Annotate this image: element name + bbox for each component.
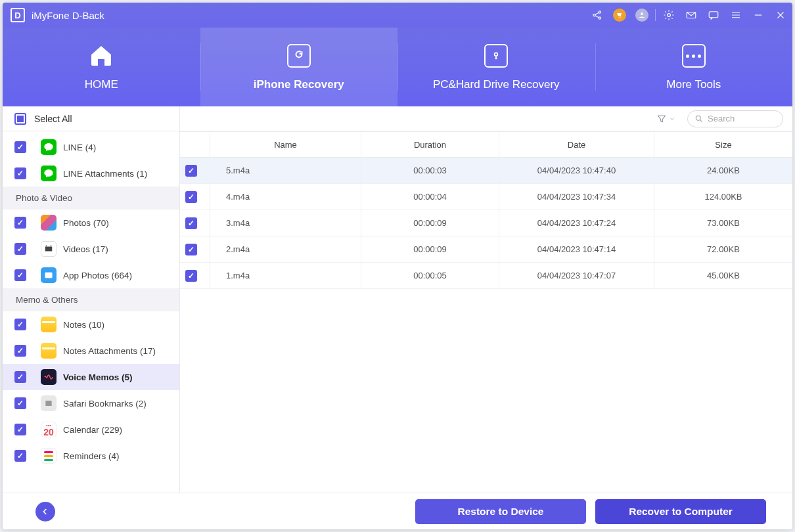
svg-point-2 xyxy=(599,17,601,19)
item-label: Notes Attachments (17) xyxy=(63,346,156,356)
cell-date: 04/04/2023 10:47:14 xyxy=(499,236,654,262)
item-checkbox[interactable] xyxy=(14,141,26,153)
settings-icon[interactable] xyxy=(662,9,675,22)
svg-rect-8 xyxy=(45,247,53,252)
line-icon xyxy=(41,166,57,181)
row-checkbox[interactable] xyxy=(185,191,197,203)
calendar-icon: •••20 xyxy=(41,422,57,437)
sidebar-item-videos[interactable]: Videos (17) xyxy=(3,236,179,262)
item-checkbox[interactable] xyxy=(14,371,26,383)
tab-pc-label: PC&Hard Drive Recovery xyxy=(433,78,560,91)
item-checkbox[interactable] xyxy=(14,269,26,281)
back-button[interactable] xyxy=(35,502,55,521)
category-memo-others: Memo & Others xyxy=(3,288,179,311)
sidebar-item-app-photos[interactable]: App Photos (664) xyxy=(3,262,179,288)
item-checkbox[interactable] xyxy=(14,217,26,229)
cell-date: 04/04/2023 10:47:34 xyxy=(499,184,654,210)
tab-home-label: HOME xyxy=(85,78,118,91)
user-avatar-icon[interactable] xyxy=(635,9,648,22)
svg-point-10 xyxy=(51,245,52,246)
filter-button[interactable] xyxy=(656,114,675,124)
cell-date: 04/04/2023 10:47:07 xyxy=(499,263,654,288)
cell-name: 1.m4a xyxy=(210,263,361,288)
restore-to-device-button[interactable]: Restore to Device xyxy=(415,499,586,524)
cart-icon[interactable] xyxy=(613,9,626,22)
table-row[interactable]: 2.m4a 00:00:09 04/04/2023 10:47:14 72.00… xyxy=(180,236,792,263)
item-checkbox[interactable] xyxy=(14,243,26,255)
select-all-checkbox[interactable] xyxy=(14,113,26,125)
sidebar-item-reminders[interactable]: Reminders (4) xyxy=(3,443,179,469)
item-checkbox[interactable] xyxy=(14,397,26,409)
item-label: Reminders (4) xyxy=(63,451,120,461)
close-icon[interactable] xyxy=(774,9,787,22)
tab-iphone-recovery[interactable]: iPhone Recovery xyxy=(200,28,398,106)
row-checkbox[interactable] xyxy=(185,244,197,255)
cell-name: 2.m4a xyxy=(210,236,361,262)
sidebar-item-line-attachments[interactable]: LINE Attachments (1) xyxy=(3,160,179,187)
sidebar-item-photos[interactable]: Photos (70) xyxy=(3,210,179,236)
title-bar: D iMyFone D-Back xyxy=(3,3,792,28)
table-row[interactable]: 3.m4a 00:00:09 04/04/2023 10:47:24 73.00… xyxy=(180,210,792,236)
item-label: LINE Attachments (1) xyxy=(63,169,147,179)
col-duration[interactable]: Duration xyxy=(361,132,499,157)
cell-size: 45.00KB xyxy=(654,263,792,288)
svg-point-9 xyxy=(46,245,47,246)
sidebar-item-notes[interactable]: Notes (10) xyxy=(3,311,179,338)
sidebar-item-line[interactable]: LINE (4) xyxy=(3,134,179,160)
select-all-toggle[interactable]: Select All xyxy=(3,106,179,131)
cell-date: 04/04/2023 10:47:40 xyxy=(499,158,654,183)
tab-iphone-label: iPhone Recovery xyxy=(254,78,344,91)
item-checkbox[interactable] xyxy=(14,450,26,462)
search-input[interactable]: Search xyxy=(687,110,783,127)
app-photos-icon xyxy=(41,267,57,283)
col-size[interactable]: Size xyxy=(654,132,792,157)
row-checkbox[interactable] xyxy=(185,165,197,177)
videos-icon xyxy=(41,241,57,257)
tab-pc-recovery[interactable]: PC&Hard Drive Recovery xyxy=(398,28,595,106)
recover-to-computer-button[interactable]: Recover to Computer xyxy=(595,499,766,524)
more-tools-icon xyxy=(681,43,707,69)
item-checkbox[interactable] xyxy=(14,345,26,357)
svg-point-4 xyxy=(668,14,671,17)
app-title: iMyFone D-Back xyxy=(32,10,104,21)
item-checkbox[interactable] xyxy=(14,319,26,330)
cell-size: 72.00KB xyxy=(654,236,792,262)
divider xyxy=(655,9,656,21)
search-placeholder: Search xyxy=(708,114,735,123)
svg-rect-11 xyxy=(45,273,53,278)
feedback-icon[interactable] xyxy=(707,9,720,22)
table-row[interactable]: 5.m4a 00:00:03 04/04/2023 10:47:40 24.00… xyxy=(180,158,792,184)
sidebar-item-safari[interactable]: Safari Bookmarks (2) xyxy=(3,390,179,416)
sidebar-item-notes-attachments[interactable]: Notes Attachments (17) xyxy=(3,338,179,364)
cell-duration: 00:00:09 xyxy=(361,210,499,236)
row-checkbox[interactable] xyxy=(185,217,197,229)
category-list[interactable]: x LINE (4) LINE Attachments (1) Photo & … xyxy=(3,131,179,493)
reminders-icon xyxy=(41,448,57,464)
main-content: Search Name Duration Date Size 5.m4a 00:… xyxy=(180,106,792,493)
table-row[interactable]: 4.m4a 00:00:04 04/04/2023 10:47:34 124.0… xyxy=(180,184,792,210)
notes-icon xyxy=(41,343,57,359)
voice-memos-icon xyxy=(41,369,57,385)
app-logo-icon: D xyxy=(11,8,25,22)
tab-more-tools[interactable]: More Tools xyxy=(595,28,793,106)
sidebar-item-voice-memos[interactable]: Voice Memos (5) xyxy=(3,364,179,390)
item-checkbox[interactable] xyxy=(14,167,26,179)
cell-name: 5.m4a xyxy=(210,158,361,183)
notes-icon xyxy=(41,317,57,332)
sidebar: Select All x LINE (4) LINE Attachments (… xyxy=(3,106,180,493)
share-icon[interactable] xyxy=(591,9,604,22)
svg-point-0 xyxy=(593,14,595,16)
row-checkbox[interactable] xyxy=(185,270,197,282)
svg-point-12 xyxy=(696,116,700,120)
col-name[interactable]: Name xyxy=(210,132,361,157)
menu-icon[interactable] xyxy=(729,9,742,22)
mail-icon[interactable] xyxy=(685,9,698,22)
sidebar-item-calendar[interactable]: •••20Calendar (229) xyxy=(3,416,179,443)
item-checkbox[interactable] xyxy=(14,424,26,435)
col-date[interactable]: Date xyxy=(499,132,654,157)
cell-name: 4.m4a xyxy=(210,184,361,210)
tab-home[interactable]: HOME xyxy=(3,28,200,106)
table-row[interactable]: 1.m4a 00:00:05 04/04/2023 10:47:07 45.00… xyxy=(180,263,792,289)
cell-size: 124.00KB xyxy=(654,184,792,210)
minimize-icon[interactable] xyxy=(752,9,765,22)
